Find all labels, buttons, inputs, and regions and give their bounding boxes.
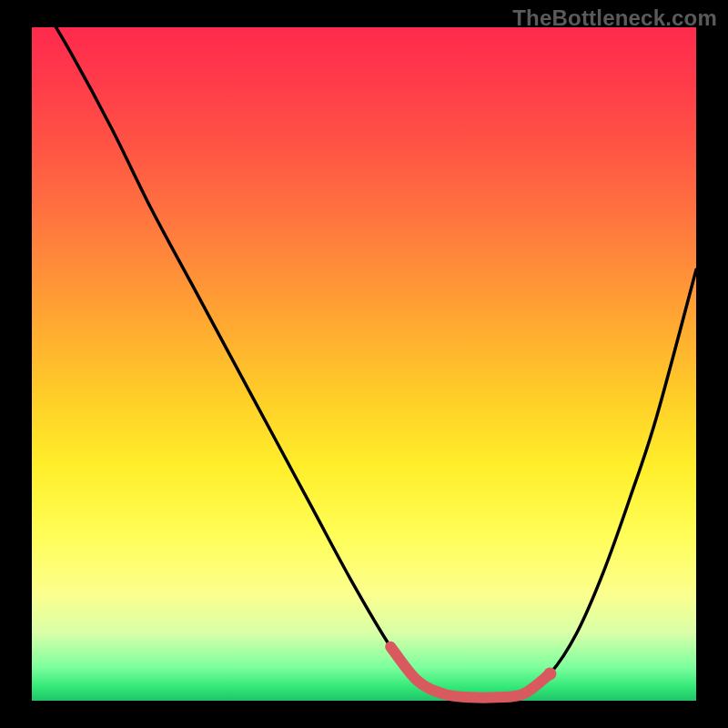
bottleneck-curve xyxy=(32,27,696,701)
curve-path xyxy=(32,0,696,698)
chart-frame: TheBottleneck.com xyxy=(0,0,728,728)
curve-highlight xyxy=(390,647,550,698)
highlight-end-dot xyxy=(543,667,556,680)
gradient-plot-area xyxy=(32,27,696,701)
